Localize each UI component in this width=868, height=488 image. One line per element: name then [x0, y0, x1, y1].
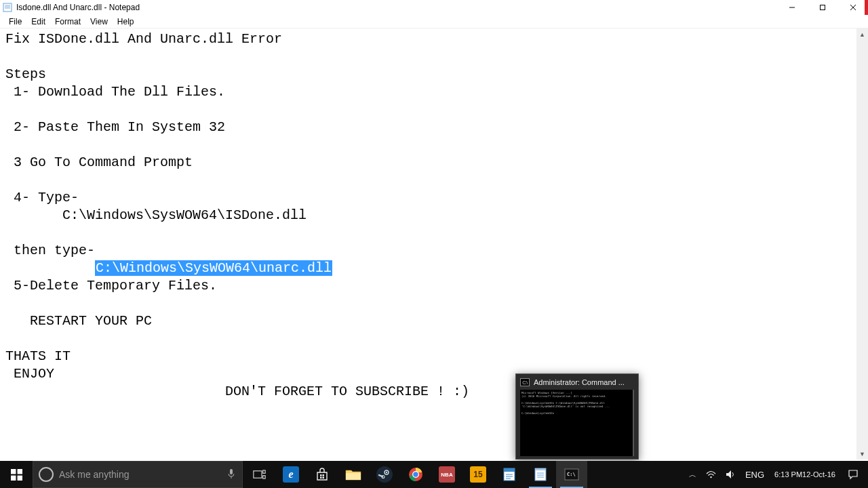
start-button[interactable]: [0, 461, 33, 488]
edge-icon: e: [283, 466, 299, 483]
system-tray: ︿ ENG 6:13 PM 12-Oct-16: [684, 461, 868, 488]
taskbar-apps: eNBA15C:\: [275, 461, 587, 488]
language-indicator[interactable]: ENG: [741, 461, 769, 488]
svg-rect-10: [11, 475, 16, 480]
window-controls: [776, 0, 868, 15]
clock[interactable]: 6:13 PM 12-Oct-16: [769, 461, 841, 488]
vertical-scrollbar[interactable]: ▲ ▼: [856, 28, 868, 460]
maximize-button[interactable]: [807, 0, 837, 15]
svg-rect-12: [230, 469, 233, 474]
svg-rect-0: [3, 3, 12, 12]
chrome-icon: [408, 466, 424, 483]
svg-rect-21: [346, 473, 361, 480]
notepad-icon: [532, 466, 549, 483]
close-button[interactable]: [837, 0, 868, 15]
clock-date: 12-Oct-16: [802, 470, 835, 479]
windows-icon: [11, 469, 22, 481]
svg-rect-14: [253, 471, 261, 478]
taskbar-app-file-explorer[interactable]: [338, 461, 369, 488]
background-app-sliver: [865, 0, 868, 15]
taskbar-app-cmd[interactable]: C:\: [556, 461, 587, 488]
taskbar-app-edge[interactable]: e: [275, 461, 307, 488]
svg-point-24: [386, 472, 387, 473]
svg-text:C:\: C:\: [567, 472, 576, 477]
thumbnail-header: C:\ Administrator: Command ...: [520, 378, 634, 386]
svg-rect-20: [323, 477, 325, 479]
cmd-icon: C:\: [564, 466, 580, 483]
task-view-button[interactable]: [243, 461, 275, 488]
scroll-up-icon[interactable]: ▲: [856, 28, 868, 40]
taskbar-app-notepad[interactable]: [525, 461, 556, 488]
task-view-icon: [253, 469, 266, 480]
taskbar-thumbnail-preview[interactable]: C:\ Administrator: Command ... Microsoft…: [515, 373, 639, 460]
thumbnail-body[interactable]: Microsoft Windows [Version ...] (c) 2016…: [520, 390, 634, 456]
taskbar-app-wordpad[interactable]: [494, 461, 525, 488]
svg-rect-15: [262, 470, 264, 473]
taskbar-app-store[interactable]: [307, 461, 338, 488]
svg-rect-9: [17, 469, 22, 474]
taskbar: Ask me anything eNBA15C:\ ︿ ENG 6:13 PM …: [0, 461, 868, 488]
window-title: Isdone.dll And Unarc.dll - Notepad: [16, 3, 140, 12]
svg-rect-18: [323, 474, 325, 476]
menu-help[interactable]: Help: [113, 16, 139, 28]
svg-point-41: [710, 476, 711, 478]
action-center-button[interactable]: [841, 461, 865, 488]
tray-overflow-button[interactable]: ︿: [684, 461, 701, 488]
volume-icon[interactable]: [721, 461, 741, 488]
notepad-icon: [3, 3, 12, 12]
fifteen-icon: 15: [470, 466, 486, 483]
taskbar-app-steam[interactable]: [369, 461, 400, 488]
svg-rect-35: [535, 468, 546, 470]
menu-format[interactable]: Format: [50, 16, 85, 28]
thumbnail-title: Administrator: Command ...: [534, 378, 625, 386]
minimize-button[interactable]: [776, 0, 807, 15]
search-placeholder: Ask me anything: [59, 469, 130, 480]
svg-rect-5: [820, 5, 825, 10]
thumbnail-content: Microsoft Windows [Version ...] (c) 2016…: [520, 390, 633, 416]
scroll-down-icon[interactable]: ▼: [856, 448, 868, 460]
clock-time: 6:13 PM: [774, 470, 802, 479]
svg-point-28: [413, 472, 418, 476]
svg-rect-30: [504, 468, 515, 472]
text-area[interactable]: Fix ISDone.dll And Unarc.dll Error Steps…: [0, 28, 868, 459]
wordpad-icon: [501, 466, 517, 483]
menu-view[interactable]: View: [85, 16, 113, 28]
cortana-icon: [39, 467, 54, 482]
titlebar: Isdone.dll And Unarc.dll - Notepad: [0, 0, 868, 15]
nba-icon: NBA: [439, 466, 455, 483]
taskbar-app-fifteen[interactable]: 15: [462, 461, 494, 488]
steam-icon: [376, 466, 393, 483]
menu-file[interactable]: File: [4, 16, 26, 28]
menu-edit[interactable]: Edit: [26, 16, 50, 28]
search-box[interactable]: Ask me anything: [33, 461, 243, 488]
network-icon[interactable]: [701, 461, 721, 488]
svg-rect-19: [320, 477, 322, 479]
cmd-icon: C:\: [520, 378, 530, 386]
taskbar-app-nba[interactable]: NBA: [431, 461, 462, 488]
file-explorer-icon: [345, 466, 361, 483]
svg-rect-17: [320, 474, 322, 476]
mic-icon[interactable]: [227, 468, 235, 481]
taskbar-app-chrome[interactable]: [400, 461, 431, 488]
svg-point-22: [378, 468, 391, 481]
store-icon: [314, 466, 330, 483]
svg-rect-8: [11, 469, 16, 474]
svg-rect-11: [17, 475, 22, 480]
menubar: File Edit Format View Help: [0, 15, 868, 28]
svg-rect-16: [262, 476, 264, 479]
